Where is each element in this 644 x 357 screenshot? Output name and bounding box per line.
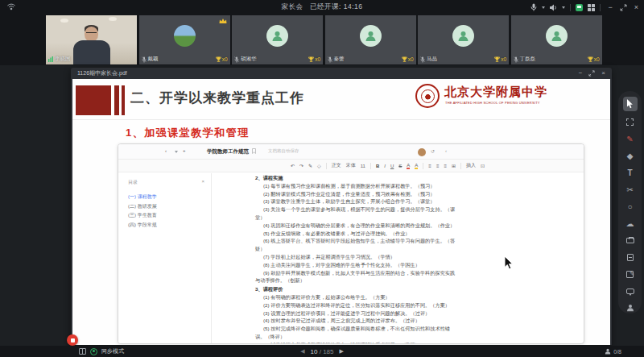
microphone-icon[interactable] [530, 3, 537, 11]
doc-section-heading: 2、课程实施 [255, 174, 458, 182]
highlight-color-icon: A [415, 163, 418, 169]
doc-item-list: (1) 有明确的课程评价方案，起始课公布给学生。（方案）(2) 评价方案明确表达… [255, 293, 458, 344]
participant-tile[interactable]: 戴颖 x0 [139, 15, 230, 64]
speaking-volume-icon [48, 56, 53, 62]
bookmark-icon [252, 148, 256, 154]
collapse-icon: ‹ [445, 148, 447, 153]
current-page: 10 [311, 348, 318, 355]
doc-list-item: (3) 课堂教学注重学生主体，鼓励学生自主探究，开展小组合作学习。（课堂） [255, 197, 458, 205]
doc-list-item: (3) 设置合理的过程评价项目，过评能促进学习过程中问题的解决。（过评） [255, 309, 458, 318]
resize-button[interactable] [620, 4, 627, 11]
pdf-page: 二、开学以来教学重点工作 北京大学附属中学 THE AFFILIATED HIG… [72, 79, 610, 345]
reward-count: x0 [315, 56, 320, 62]
board-tool-button[interactable] [623, 252, 638, 264]
recording-indicator-button[interactable] [67, 334, 78, 346]
format-painter-icon: ✎ [308, 163, 312, 168]
editor-tab-bar: ‹ + 学院教师工作规范 文档将自动保存 ↺ ‹ [118, 144, 584, 160]
close-button[interactable]: × [632, 0, 641, 15]
text-tool-button[interactable]: T [623, 168, 638, 179]
pdf-window: 1126期中家长会.pdf − × 二、开学以来教学重点工作 北京大学附属中学 … [71, 68, 612, 345]
meeting-elapsed-status: 已经开课: 14:16 [310, 2, 363, 10]
slide-deco-block [76, 85, 111, 115]
cursor-tool-button[interactable] [623, 97, 638, 111]
members-tool-button[interactable] [623, 302, 638, 313]
school-name: 北京大学附属中学 [444, 85, 547, 100]
paragraph-style-select: 正文 [332, 162, 341, 169]
pen-tool-button[interactable]: ✎ [623, 134, 638, 145]
host-crown-icon [219, 18, 227, 24]
pdf-resize-button[interactable] [588, 70, 595, 77]
outline-title: 目录 [128, 179, 138, 186]
header-divider [72, 119, 610, 120]
screenshare-active-icon[interactable] [576, 4, 583, 11]
avatar-photo [174, 25, 196, 47]
screen-share-area: 1126期中家长会.pdf − × 二、开学以来教学重点工作 北京大学附属中学 … [0, 65, 644, 346]
autosave-hint: 文档将自动保存 [268, 148, 299, 154]
doc-section: 3、课程评价 (1) 有明确的课程评价方案，起始课公布给学生。（方案）(2) 评… [255, 285, 458, 344]
pdf-window-titlebar[interactable]: 1126期中家长会.pdf − × [71, 68, 612, 79]
doc-list-item: (4) 按时发布并登记过评成绩，周三之前完成上周的过评发布。（过评） [255, 317, 458, 325]
doc-list-item: (6) 试卷讲评之前完成微课讲评的发布，讲评课解决重点问题。（终评） [255, 341, 458, 344]
outline-item: (一) 课程教学 [128, 193, 157, 202]
undo-icon: ↶ [291, 163, 295, 168]
school-seal-icon [415, 84, 440, 108]
doc-list-item: (7) 学段初上好起始课，并定期调查学生学习情况。（学情） [255, 253, 458, 261]
avatar [546, 25, 568, 47]
shape-tool-button[interactable]: ○ [623, 201, 638, 213]
outline-list: (一) 课程教学(二) 教研发展(三) 学生教育(四) 学段常规 [128, 193, 157, 230]
speaker-icon[interactable] [550, 4, 557, 11]
participant-name: 戴颖 [148, 56, 159, 63]
toolbox-tool-button[interactable] [623, 235, 638, 247]
meeting-bottom-bar: 同步模式 ◀ 10 / 185 ▶ 0/8 [0, 346, 644, 357]
minimize-button[interactable]: − [605, 0, 614, 15]
list-icon: ≡ [444, 164, 447, 168]
table-icon: ⊞ [452, 163, 456, 168]
reward-count: x0 [594, 56, 600, 62]
doc-list-item: (4) 巩固和迁移作业有明确的分层要求，有合理的作业量和清晰的周作业规划。（作业… [255, 222, 458, 230]
mic-muted-icon [514, 56, 518, 63]
chat-tool-button[interactable] [623, 285, 638, 297]
avatar [266, 25, 288, 47]
marquee-select-tool-button[interactable] [623, 117, 638, 128]
scissors-tool-button[interactable]: ✂ [623, 185, 638, 196]
pdf-close-button[interactable]: × [601, 68, 605, 79]
participant-name: 秦蕾 [334, 56, 345, 63]
microphone-dropdown-caret[interactable] [542, 6, 545, 9]
pdf-filename: 1126期中家长会.pdf [77, 69, 127, 77]
layout-grid-icon[interactable] [588, 4, 595, 11]
doc-list-item: (5) 按时完成终评命题和阅卷，确保试题质量和阅卷标准，不出任何知识性和技术性错… [255, 325, 458, 341]
italic-icon: I [384, 164, 386, 168]
pdf-minimize-button[interactable]: − [579, 68, 583, 79]
speaker-dropdown-caret[interactable] [562, 6, 565, 9]
cloud-tool-button[interactable]: ☁ [623, 218, 638, 230]
eraser-tool-button[interactable]: ◆ [623, 151, 638, 162]
meeting-top-bar: 家长会 已经开课: 14:16 − × [0, 0, 644, 15]
doc-body-text: 2、课程实施 (1) 每节课有预习作业和课前检测，基于前测数据分析开展课程教学。… [255, 174, 458, 344]
hands-raised-counter[interactable]: 0/8 [605, 348, 621, 355]
doc-list-item: (3) 关注每一个学生的课堂参与和表现，根据不同学生的问题，提供分层学习支持。（… [255, 205, 458, 222]
compose-tool-button[interactable] [623, 268, 638, 280]
previous-page-button[interactable]: ◀ [300, 348, 304, 355]
participant-tile[interactable]: 秦蕾 x0 [325, 15, 416, 64]
participant-tile[interactable]: 胡湘华 x0 [232, 15, 323, 64]
reward-count: x0 [222, 56, 228, 62]
doc-item-list: (1) 每节课有预习作业和课前检测，基于前测数据分析开展课程教学。（预习）(2)… [255, 182, 458, 284]
trophy-icon [588, 56, 593, 62]
collaborator-avatar [418, 148, 426, 156]
outline-item: (三) 学生教育 [128, 211, 157, 221]
total-pages: 185 [323, 348, 333, 355]
doc-section: 2、课程实施 (1) 每节课有预习作业和课前检测，基于前测数据分析开展课程教学。… [255, 174, 458, 284]
participant-tile-video[interactable]: 李晓国 [46, 15, 137, 64]
doc-list-item: (2) 翻转课堂模式预习作业定位清楚，作业量适度，预习效果有检测。（预习） [255, 190, 458, 198]
participant-tile[interactable]: 丁磊磊 x0 [511, 15, 602, 64]
doc-list-item: (1) 每节课有预习作业和课前检测，基于前测数据分析开展课程教学。（预习） [255, 182, 458, 190]
slide-section-title: 1、加强课堂教学和管理 [126, 126, 250, 140]
outline-item: (四) 学段常规 [128, 221, 157, 230]
participant-tile[interactable]: 马晶 x0 [418, 15, 509, 64]
next-page-button[interactable]: ▶ [339, 348, 343, 355]
doc-outline-panel: 目录 × (一) 课程教学(二) 教研发展(三) 学生教育(四) 学段常规 [118, 173, 212, 343]
underline-icon: U [390, 164, 394, 168]
trophy-icon [308, 56, 314, 62]
meeting-title: 家长会 [281, 2, 303, 10]
participant-name: 胡湘华 [241, 56, 257, 63]
